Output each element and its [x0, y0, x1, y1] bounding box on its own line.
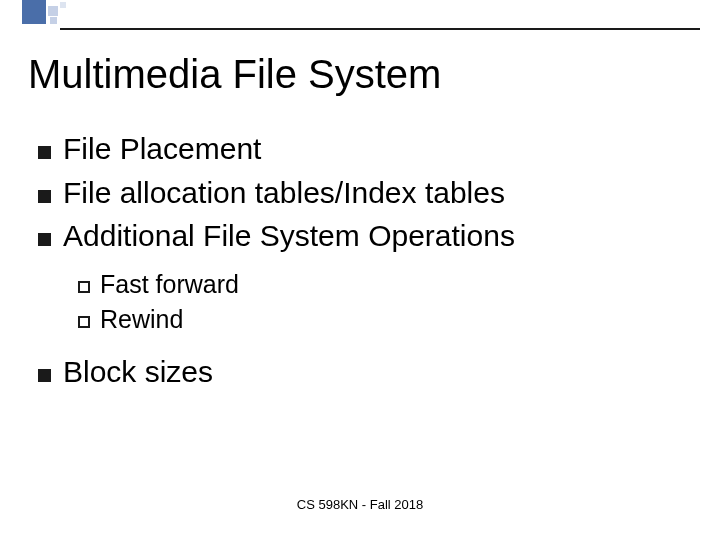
square-bullet-icon: [38, 190, 51, 203]
square-bullet-icon: [38, 369, 51, 382]
slide-title: Multimedia File System: [28, 52, 441, 97]
square-bullet-icon: [38, 146, 51, 159]
square-bullet-icon: [38, 233, 51, 246]
bullet-level2: Rewind: [78, 304, 678, 335]
bullet-text: File Placement: [63, 130, 261, 168]
hollow-square-bullet-icon: [78, 316, 90, 328]
subbullet-text: Fast forward: [100, 269, 239, 300]
accent-square-tiny: [60, 2, 66, 8]
header-divider: [60, 28, 700, 30]
bullet-text: File allocation tables/Index tables: [63, 174, 505, 212]
slide-decoration: [0, 0, 720, 30]
bullet-level2: Fast forward: [78, 269, 678, 300]
hollow-square-bullet-icon: [78, 281, 90, 293]
bullet-level1: File Placement: [38, 130, 678, 168]
bullet-text: Block sizes: [63, 353, 213, 391]
accent-square-small: [50, 17, 57, 24]
slide-footer: CS 598KN - Fall 2018: [0, 497, 720, 512]
bullet-text: Additional File System Operations: [63, 217, 515, 255]
bullet-level1: File allocation tables/Index tables: [38, 174, 678, 212]
bullet-level1: Block sizes: [38, 353, 678, 391]
subbullet-text: Rewind: [100, 304, 183, 335]
accent-square-small: [48, 6, 58, 16]
slide-body: File Placement File allocation tables/In…: [38, 130, 678, 397]
subbullet-group: Fast forward Rewind: [78, 269, 678, 336]
bullet-level1: Additional File System Operations: [38, 217, 678, 255]
accent-square-large: [22, 0, 46, 24]
